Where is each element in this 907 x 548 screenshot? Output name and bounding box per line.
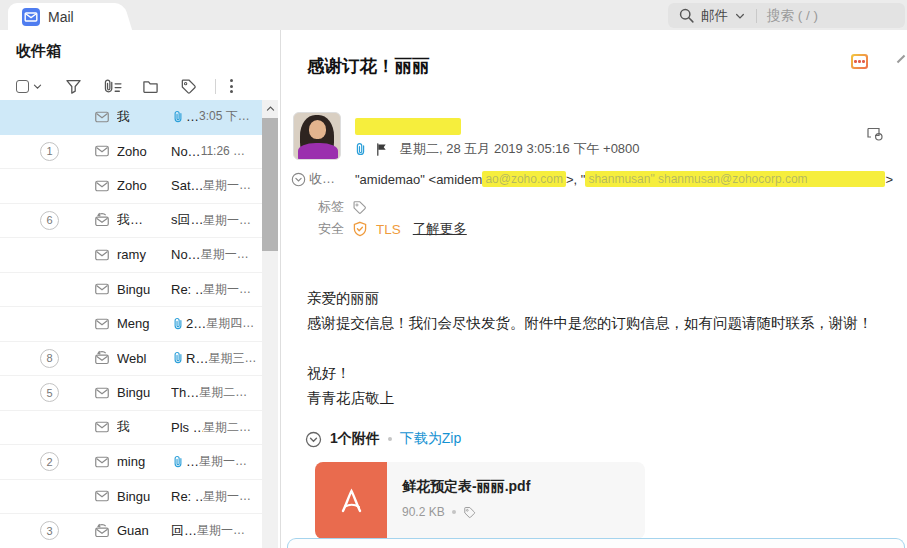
top-bar: Mail 邮件 搜索 ( / ) — [0, 0, 907, 30]
sender-name: Meng — [117, 316, 171, 331]
chevron-down-icon[interactable] — [734, 10, 746, 22]
list-item[interactable]: 2 ming … 星期一… — [0, 445, 262, 480]
list-item[interactable]: 8 Webl R… 星期三… — [0, 342, 262, 377]
envelope-icon — [94, 454, 110, 470]
unread-badge: 3 — [40, 521, 59, 540]
received-time: 星期一… — [201, 246, 249, 263]
attachment-view-icon[interactable] — [103, 78, 122, 95]
tag-icon[interactable] — [352, 200, 367, 215]
scrollbar-thumb[interactable] — [262, 118, 278, 251]
attachment-icon — [171, 317, 185, 331]
sender-name-redacted — [355, 118, 461, 135]
unread-badge: 1 — [40, 142, 59, 161]
sender-name: 我 — [117, 108, 171, 126]
received-time: 星期一… — [197, 522, 245, 539]
download-zip-link[interactable]: 下载为Zip — [400, 430, 461, 448]
inbox-title: 收件箱 — [16, 42, 61, 61]
unread-badge: 5 — [40, 383, 59, 402]
collapse-attachments-icon[interactable] — [305, 431, 322, 448]
replied-envelope-icon — [94, 350, 110, 366]
sender-name: Bingu — [117, 489, 171, 504]
received-time: 星期一… — [203, 488, 251, 505]
inbox-panel: 收件箱 我 … 3:05 下… 1 Zoho No… 11:26 … — [0, 30, 280, 548]
recipient-text: > — [885, 172, 893, 187]
list-item[interactable]: 我 … 3:05 下… — [0, 100, 262, 135]
summary-comment-icon[interactable] — [851, 54, 868, 69]
chevron-down-icon[interactable] — [32, 81, 43, 92]
sender-name: Webl — [117, 351, 171, 366]
recipient-text: >, " — [566, 172, 585, 187]
list-item[interactable]: ramy No… 星期一… — [0, 238, 262, 273]
select-all-checkbox[interactable] — [16, 80, 29, 93]
body-line: 祝好！ — [307, 361, 897, 386]
received-time: 星期二… — [199, 384, 247, 401]
received-time: 11:26 … — [201, 144, 245, 158]
body-line: 青青花店敬上 — [307, 386, 897, 411]
list-item[interactable]: 1 Zoho No… 11:26 … — [0, 135, 262, 170]
reading-pane: 感谢订花！丽丽 星期二, 28 五月 2019 3:05:16 下午 +0800… — [281, 30, 907, 548]
sender-name: Bingu — [117, 385, 171, 400]
list-item[interactable]: 5 Bingu Th… 星期二… — [0, 376, 262, 411]
search-input[interactable]: 搜索 ( / ) — [767, 7, 818, 25]
folder-icon[interactable] — [142, 78, 159, 95]
message-meta-row: 星期二, 28 五月 2019 3:05:16 下午 +0800 — [353, 140, 640, 158]
subject-preview: Re: … — [171, 489, 203, 504]
search-scope-selector[interactable]: 邮件 — [701, 7, 728, 25]
reply-box[interactable] — [287, 538, 905, 548]
attachment-filename: 鲜花预定表-丽丽.pdf — [402, 478, 530, 496]
envelope-icon — [94, 316, 110, 332]
mail-list: 我 … 3:05 下… 1 Zoho No… 11:26 … Zoho Sat…… — [0, 100, 262, 548]
subject-preview: 2… — [186, 316, 206, 331]
list-item[interactable]: Zoho Sat… 星期一… — [0, 169, 262, 204]
scroll-up-arrow[interactable] — [262, 100, 278, 117]
to-label: 收… — [309, 170, 335, 188]
attachment-card[interactable]: 鲜花预定表-丽丽.pdf 90.2 KB — [315, 462, 645, 539]
sender-avatar[interactable] — [293, 112, 341, 160]
tab-label: Mail — [48, 9, 74, 25]
envelope-icon — [94, 143, 110, 159]
received-time: 星期三… — [208, 350, 256, 367]
body-line: 感谢提交信息！我们会尽快发货。附件中是您的订购信息，如有问题请随时联系，谢谢！ — [307, 311, 897, 336]
attachment-icon — [171, 455, 185, 469]
envelope-icon — [94, 178, 110, 194]
subject-preview: R… — [186, 351, 208, 366]
list-item[interactable]: Bingu Re: … 星期一… — [0, 480, 262, 515]
flag-icon[interactable] — [375, 142, 389, 157]
labels-row: 标签 — [318, 198, 367, 216]
more-options-icon[interactable] — [230, 79, 233, 93]
attachment-count: 1个附件 — [330, 430, 380, 448]
subject-preview: Sat… — [171, 178, 203, 193]
subject-preview: Pls … — [171, 420, 203, 435]
replied-envelope-icon — [94, 523, 110, 539]
search-bar[interactable]: 邮件 搜索 ( / ) — [668, 3, 905, 28]
search-divider — [756, 9, 757, 23]
attachment-icon[interactable] — [353, 142, 368, 157]
labels-label: 标签 — [318, 198, 344, 216]
expand-details-icon[interactable] — [291, 172, 306, 187]
recipients-row: 收… "amidemao" <amidemao@zoho.com>, "shan… — [291, 170, 903, 188]
toolbar-divider — [215, 79, 216, 94]
tab-mail[interactable]: Mail — [8, 3, 114, 30]
envelope-icon — [94, 385, 110, 401]
edit-icon[interactable] — [897, 55, 905, 63]
security-label: 安全 — [318, 220, 344, 238]
filter-icon[interactable] — [65, 78, 82, 95]
list-item[interactable]: 我 Pls … 星期二… — [0, 411, 262, 446]
list-item[interactable]: 3 Guan 回… 星期一… — [0, 514, 262, 548]
list-scrollbar[interactable] — [262, 100, 278, 548]
tag-icon[interactable] — [180, 78, 197, 95]
list-item[interactable]: Meng 2… 星期四… — [0, 307, 262, 342]
list-item[interactable]: 6 我… s回… 星期一… — [0, 204, 262, 239]
attachment-icon — [171, 351, 185, 365]
attachment-size: 90.2 KB — [402, 505, 445, 519]
learn-more-link[interactable]: 了解更多 — [413, 220, 467, 238]
unread-badge: 2 — [40, 452, 59, 471]
tag-icon[interactable] — [463, 506, 476, 519]
sender-name: Bingu — [117, 282, 171, 297]
envelope-icon — [94, 109, 110, 125]
list-item[interactable]: Bingu Re: … 星期一… — [0, 273, 262, 308]
received-time: 星期四… — [206, 315, 254, 332]
redacted-email-2: shanmusan" shanmusan@zohocorp.com — [585, 171, 885, 187]
mail-status-icon[interactable] — [866, 124, 884, 142]
received-time: 星期一… — [203, 177, 251, 194]
